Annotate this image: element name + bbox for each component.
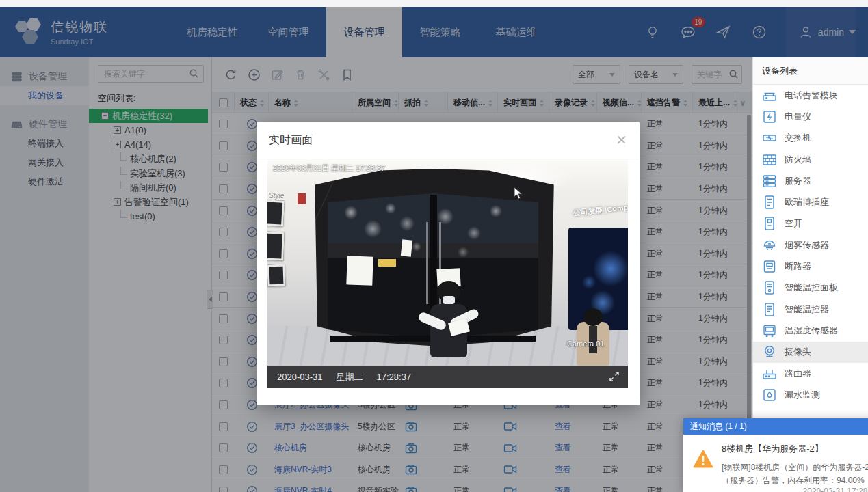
- device-type-label: 摄像头: [785, 346, 811, 358]
- camera-label: Camera 01: [567, 340, 604, 348]
- phone-alarm-icon: [761, 87, 778, 104]
- smoke-sensor-icon: [761, 237, 778, 254]
- company-sign: 公司发展 |Company Develop: [573, 197, 628, 218]
- device-type-空开[interactable]: 空开: [753, 213, 868, 234]
- firewall-icon: [761, 152, 778, 168]
- person-standing: [573, 308, 615, 366]
- warning-icon: [693, 450, 713, 468]
- modal-title: 实时画面: [269, 133, 313, 148]
- close-icon[interactable]: ✕: [616, 133, 627, 147]
- video-status-bar: 2020-03-31 星期二 17:28:37: [267, 366, 628, 388]
- app-window: 信锐物联 Sundray IOT 机房稳定性空间管理设备管理智能策略基础运维 1…: [0, 0, 868, 492]
- device-type-欧瑞博插座[interactable]: 欧瑞博插座: [753, 191, 868, 213]
- notification-title: 通知消息 (1 / 1): [690, 421, 747, 433]
- device-type-label: 路由器: [785, 368, 811, 380]
- device-type-label: 欧瑞博插座: [785, 196, 829, 208]
- breaker-icon: [761, 258, 778, 275]
- device-type-摄像头[interactable]: 摄像头: [753, 342, 868, 363]
- socket-icon: [761, 194, 778, 210]
- fullscreen-icon[interactable]: [609, 371, 620, 382]
- video-date: 2020-03-31: [277, 372, 323, 382]
- device-type-label: 智能温控面板: [785, 282, 838, 294]
- server-icon: [761, 173, 778, 189]
- letterbox-strip: [0, 0, 868, 7]
- device-type-label: 空开: [785, 217, 802, 230]
- device-type-label: 防火墙: [785, 154, 811, 166]
- router-icon: [761, 366, 778, 382]
- water-leak-icon: [761, 387, 778, 403]
- device-type-智能温控器[interactable]: 智能温控器: [753, 299, 868, 320]
- device-panel-title: 设备列表: [753, 57, 868, 85]
- switch-icon: [761, 130, 778, 146]
- alert-body: [物联网]8楼机房（空间）的华为服务器-2（服务器）告警，内存利用率：94.00…: [722, 461, 868, 487]
- device-type-label: 烟雾传感器: [785, 239, 829, 251]
- live-view-modal: 实时画面 ✕ Style: [257, 122, 640, 405]
- device-type-智能温控面板[interactable]: 智能温控面板: [753, 277, 868, 299]
- video-time: 17:28:37: [377, 372, 412, 382]
- device-type-温湿度传感器[interactable]: 温湿度传感器: [753, 320, 868, 341]
- mouse-cursor: [514, 187, 523, 200]
- air-switch-icon: [761, 215, 778, 232]
- device-type-断路器[interactable]: 断路器: [753, 256, 868, 277]
- device-type-路由器[interactable]: 路由器: [753, 363, 868, 384]
- device-type-label: 电话告警模块: [785, 90, 838, 102]
- alert-title: 8楼机房【华为服务器-2】: [722, 443, 868, 455]
- temp-humidity-icon: [761, 323, 778, 339]
- device-type-label: 漏水监测: [785, 389, 820, 401]
- device-type-防火墙[interactable]: 防火墙: [753, 149, 868, 170]
- camera-live-view: Style 公司发展 |Company Develop: [267, 159, 628, 388]
- device-type-烟雾传感器[interactable]: 烟雾传感器: [753, 234, 868, 256]
- fire-alarm: [298, 193, 306, 204]
- camera-icon: [761, 344, 778, 360]
- camera-frame: Style 公司发展 |Company Develop: [267, 159, 628, 366]
- video-timestamp: 2020年03月31日 星期二 17:28:37: [273, 163, 385, 174]
- device-type-label: 断路器: [785, 260, 811, 273]
- notification-panel: 通知消息 (1 / 1) 8楼机房【华为服务器-2】 [物联网]8楼机房（空间）…: [683, 418, 868, 492]
- thermostat-panel-icon: [761, 279, 778, 296]
- person-walking: [422, 281, 477, 366]
- alert-timestamp: 2020-03-31 17:28:37: [803, 487, 868, 492]
- device-type-label: 服务器: [785, 175, 811, 187]
- device-type-电话告警模块[interactable]: 电话告警模块: [753, 85, 868, 106]
- device-type-漏水监测[interactable]: 漏水监测: [753, 384, 868, 405]
- device-type-label: 交换机: [785, 132, 811, 144]
- device-type-电量仪[interactable]: 电量仪: [753, 106, 868, 127]
- device-type-label: 温湿度传感器: [785, 325, 838, 337]
- thermostat-icon: [761, 301, 778, 318]
- device-type-label: 智能温控器: [785, 303, 829, 316]
- wall-style-sign: Style: [269, 192, 284, 200]
- device-type-交换机[interactable]: 交换机: [753, 128, 868, 149]
- device-type-label: 电量仪: [785, 111, 811, 123]
- device-type-服务器[interactable]: 服务器: [753, 170, 868, 191]
- power-meter-icon: [761, 109, 778, 125]
- device-type-list: 电话告警模块电量仪交换机防火墙服务器欧瑞博插座空开烟雾传感器断路器智能温控面板智…: [753, 85, 868, 405]
- video-day: 星期二: [337, 371, 363, 383]
